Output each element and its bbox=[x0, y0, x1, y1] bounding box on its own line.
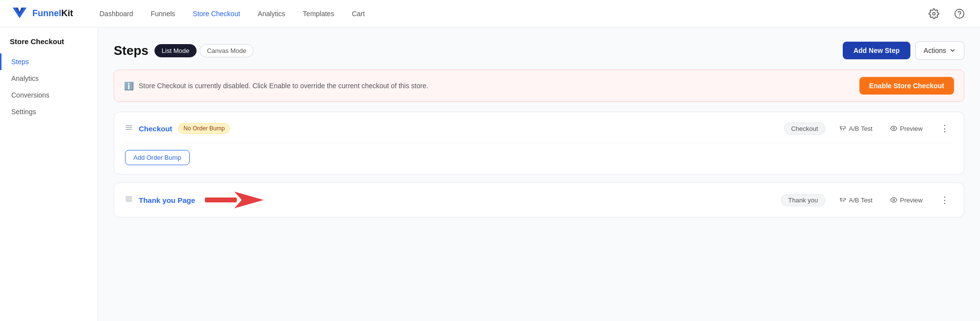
svg-point-14 bbox=[893, 199, 895, 201]
preview-button-thankyou[interactable]: Preview bbox=[886, 195, 927, 206]
nav-store-checkout[interactable]: Store Checkout bbox=[186, 7, 247, 21]
step-type-badge-checkout: Checkout bbox=[784, 123, 826, 135]
red-arrow-annotation bbox=[205, 192, 264, 208]
canvas-mode-button[interactable]: Canvas Mode bbox=[200, 44, 253, 57]
step-card-top-checkout: Checkout No Order Bump Checkout A/B Test bbox=[125, 121, 953, 136]
ab-test-label-checkout: A/B Test bbox=[849, 125, 873, 132]
sidebar-item-analytics[interactable]: Analytics bbox=[0, 70, 98, 87]
gear-icon bbox=[929, 8, 939, 19]
step-card-thankyou: Thank you Page Thank you bbox=[114, 182, 964, 218]
eye-icon-thankyou bbox=[890, 197, 897, 203]
logo-icon bbox=[12, 6, 27, 22]
add-order-bump-button[interactable]: Add Order Bump bbox=[125, 150, 190, 165]
step-card-checkout: Checkout No Order Bump Checkout A/B Test bbox=[114, 112, 964, 174]
ab-test-icon-thankyou bbox=[839, 197, 846, 203]
help-icon-button[interactable] bbox=[951, 5, 968, 23]
drag-handle-icon-thankyou[interactable] bbox=[125, 195, 133, 205]
page-header: Steps List Mode Canvas Mode Add New Step… bbox=[114, 41, 964, 60]
logo[interactable]: FunnelKit bbox=[12, 6, 73, 22]
more-options-button-thankyou[interactable]: ⋮ bbox=[936, 193, 953, 207]
sidebar-item-conversions[interactable]: Conversions bbox=[0, 87, 98, 103]
alert-banner: ℹ️ Store Checkout is currently disabled.… bbox=[114, 70, 964, 102]
svg-rect-13 bbox=[205, 198, 237, 202]
step-name-thankyou[interactable]: Thank you Page bbox=[139, 196, 195, 204]
actions-button[interactable]: Actions bbox=[915, 41, 964, 60]
nav-links: Dashboard Funnels Store Checkout Analyti… bbox=[93, 7, 925, 21]
preview-button-checkout[interactable]: Preview bbox=[886, 123, 927, 134]
page-header-left: Steps List Mode Canvas Mode bbox=[114, 43, 253, 58]
enable-store-checkout-button[interactable]: Enable Store Checkout bbox=[859, 77, 954, 95]
settings-icon-button[interactable] bbox=[925, 5, 943, 23]
page-header-right: Add New Step Actions bbox=[843, 41, 964, 60]
step-card-right-checkout: Checkout A/B Test Preview bbox=[784, 121, 953, 136]
more-options-button-checkout[interactable]: ⋮ bbox=[936, 121, 953, 136]
preview-label-thankyou: Preview bbox=[900, 197, 923, 204]
nav-funnels[interactable]: Funnels bbox=[144, 7, 182, 21]
chevron-down-icon bbox=[949, 47, 956, 54]
ab-test-button-checkout[interactable]: A/B Test bbox=[835, 123, 877, 134]
svg-point-3 bbox=[955, 9, 964, 18]
no-order-bump-tag: No Order Bump bbox=[178, 123, 230, 134]
nav-right bbox=[925, 5, 968, 23]
eye-icon bbox=[890, 125, 897, 132]
step-card-bottom-checkout: Add Order Bump bbox=[125, 143, 953, 165]
logo-text: FunnelKit bbox=[32, 8, 73, 19]
step-type-badge-thankyou: Thank you bbox=[781, 194, 826, 206]
sidebar-item-settings[interactable]: Settings bbox=[0, 103, 98, 120]
main-layout: Store Checkout Steps Analytics Conversio… bbox=[0, 27, 980, 321]
step-card-right-thankyou: Thank you A/B Test Preview bbox=[781, 193, 953, 207]
top-navigation: FunnelKit Dashboard Funnels Store Checko… bbox=[0, 0, 980, 27]
nav-cart[interactable]: Cart bbox=[345, 7, 372, 21]
nav-analytics[interactable]: Analytics bbox=[251, 7, 292, 21]
alert-text: Store Checkout is currently disabled. Cl… bbox=[139, 82, 428, 90]
step-card-top-thankyou: Thank you Page Thank you bbox=[125, 192, 953, 208]
red-arrow-svg bbox=[205, 192, 264, 208]
ab-test-icon bbox=[839, 125, 846, 132]
drag-handle-icon[interactable] bbox=[125, 123, 133, 133]
list-mode-button[interactable]: List Mode bbox=[154, 44, 197, 57]
mode-toggle: List Mode Canvas Mode bbox=[154, 44, 254, 57]
ab-test-button-thankyou[interactable]: A/B Test bbox=[835, 195, 877, 206]
svg-marker-12 bbox=[234, 192, 264, 208]
svg-point-8 bbox=[893, 127, 895, 129]
sidebar: Store Checkout Steps Analytics Conversio… bbox=[0, 27, 98, 321]
main-content: Steps List Mode Canvas Mode Add New Step… bbox=[98, 27, 980, 321]
nav-templates[interactable]: Templates bbox=[296, 7, 341, 21]
sidebar-title: Store Checkout bbox=[0, 37, 98, 53]
step-name-checkout[interactable]: Checkout bbox=[139, 124, 172, 133]
sidebar-item-steps[interactable]: Steps bbox=[0, 53, 98, 70]
help-circle-icon bbox=[954, 8, 965, 19]
alert-left: ℹ️ Store Checkout is currently disabled.… bbox=[124, 81, 428, 91]
nav-dashboard[interactable]: Dashboard bbox=[93, 7, 140, 21]
preview-label-checkout: Preview bbox=[900, 125, 923, 132]
ab-test-label-thankyou: A/B Test bbox=[849, 197, 873, 204]
step-card-left-thankyou: Thank you Page bbox=[125, 192, 264, 208]
actions-label: Actions bbox=[924, 47, 946, 54]
add-new-step-button[interactable]: Add New Step bbox=[843, 42, 910, 59]
svg-point-2 bbox=[932, 12, 935, 15]
step-card-left-checkout: Checkout No Order Bump bbox=[125, 123, 230, 134]
page-title: Steps bbox=[114, 43, 149, 58]
alert-info-icon: ℹ️ bbox=[124, 81, 134, 91]
